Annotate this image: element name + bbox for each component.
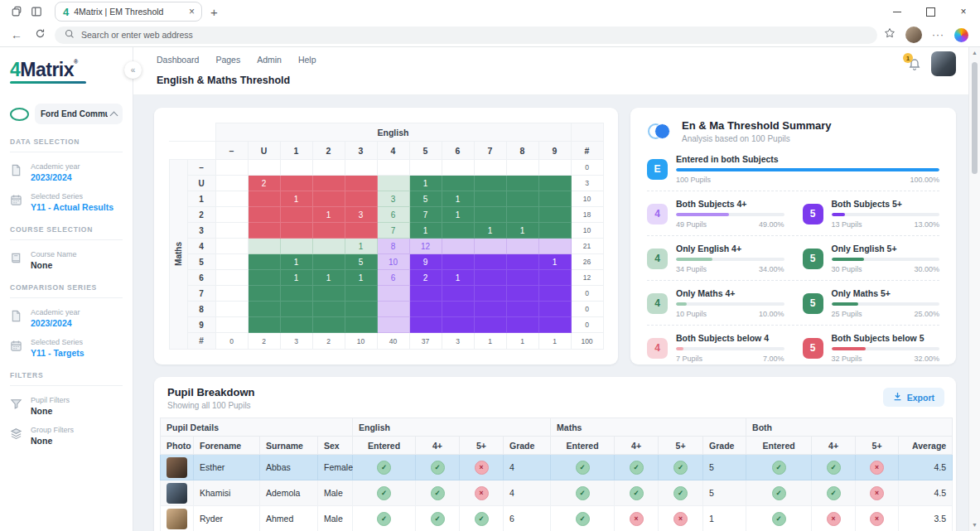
back-icon[interactable]: ←	[8, 28, 25, 41]
matrix-cell[interactable]	[280, 286, 312, 302]
matrix-cell[interactable]	[474, 160, 506, 176]
matrix-cell[interactable]	[442, 286, 474, 302]
matrix-cell[interactable]	[215, 302, 248, 317]
pupil-row[interactable]: EstherAbbasFemale✓✓×4✓✓✓5✓✓×4.5	[161, 455, 953, 480]
matrix-cell[interactable]: 1	[442, 270, 474, 286]
matrix-cell[interactable]	[538, 317, 571, 333]
sidebar-item-group-filters[interactable]: Group FiltersNone	[10, 426, 123, 446]
matrix-cell[interactable]	[442, 302, 474, 317]
matrix-cell[interactable]: 5	[409, 191, 442, 207]
matrix-cell[interactable]: 1	[538, 254, 571, 270]
matrix-cell[interactable]	[538, 160, 571, 176]
matrix-cell[interactable]: 5	[345, 254, 377, 270]
matrix-cell[interactable]	[474, 270, 506, 286]
item-value[interactable]: 2023/2024	[31, 172, 80, 182]
minimize-button[interactable]	[881, 0, 914, 23]
matrix-cell[interactable]: 6	[377, 270, 409, 286]
new-tab-button[interactable]: +	[210, 5, 218, 19]
matrix-cell[interactable]	[345, 176, 377, 191]
matrix-cell[interactable]	[538, 207, 571, 223]
matrix-cell[interactable]	[506, 254, 538, 270]
matrix-cell[interactable]	[215, 191, 248, 207]
matrix-cell[interactable]	[312, 317, 345, 333]
browser-profile-avatar[interactable]	[905, 27, 922, 43]
pupil-row[interactable]: RyderAhmedMale✓✓✓6✓××1✓××3.5	[161, 506, 953, 531]
matrix-cell[interactable]	[280, 176, 312, 191]
matrix-cell[interactable]	[345, 302, 377, 317]
matrix-cell[interactable]	[538, 239, 571, 254]
refresh-icon[interactable]	[31, 28, 48, 41]
matrix-cell[interactable]	[538, 191, 571, 207]
address-input[interactable]: Search or enter web address	[55, 27, 877, 44]
matrix-cell[interactable]	[215, 160, 248, 176]
notifications-bell-icon[interactable]: 1	[908, 53, 921, 75]
matrix-cell[interactable]	[345, 160, 377, 176]
matrix-cell[interactable]: 7	[377, 223, 409, 239]
matrix-cell[interactable]	[248, 286, 280, 302]
workspaces-icon[interactable]	[7, 2, 27, 21]
tab-close-icon[interactable]: ×	[189, 7, 195, 17]
matrix-cell[interactable]	[377, 160, 409, 176]
matrix-cell[interactable]	[538, 223, 571, 239]
matrix-cell[interactable]	[215, 176, 248, 191]
matrix-cell[interactable]	[506, 160, 538, 176]
matrix-cell[interactable]: 1	[312, 207, 345, 223]
sidebar-item-selected-series[interactable]: Selected SeriesY11 - Actual Results	[10, 192, 123, 212]
sidebar-item-selected-series[interactable]: Selected SeriesY11 - Targets	[10, 338, 123, 358]
page-scrollbar[interactable]: ▲ ▼	[968, 47, 980, 531]
pupil-row[interactable]: KhamisiAdemolaMale✓✓×4✓✓✓5✓✓×4.5	[161, 480, 953, 506]
scroll-down-icon[interactable]: ▼	[972, 519, 978, 530]
matrix-cell[interactable]	[506, 317, 538, 333]
matrix-cell[interactable]	[280, 302, 312, 317]
matrix-cell[interactable]: 7	[409, 207, 442, 223]
matrix-cell[interactable]	[312, 239, 345, 254]
matrix-cell[interactable]: 1	[442, 207, 474, 223]
favorites-star-icon[interactable]	[884, 27, 896, 42]
matrix-cell[interactable]	[215, 207, 248, 223]
matrix-cell[interactable]: 1	[442, 191, 474, 207]
matrix-cell[interactable]	[345, 317, 377, 333]
item-value[interactable]: 2023/2024	[31, 318, 80, 328]
matrix-cell[interactable]	[474, 191, 506, 207]
item-value[interactable]: Y11 - Targets	[31, 348, 84, 358]
matrix-cell[interactable]	[280, 239, 312, 254]
sidebar-collapse-button[interactable]: «	[124, 61, 142, 79]
matrix-cell[interactable]: 1	[506, 223, 538, 239]
matrix-cell[interactable]: 1	[345, 239, 377, 254]
matrix-cell[interactable]: 1	[280, 270, 312, 286]
matrix-cell[interactable]	[215, 317, 248, 333]
nav-help[interactable]: Help	[298, 55, 316, 65]
close-button[interactable]: ×	[947, 0, 980, 23]
matrix-cell[interactable]	[442, 317, 474, 333]
matrix-cell[interactable]	[248, 207, 280, 223]
matrix-cell[interactable]: 3	[377, 191, 409, 207]
matrix-cell[interactable]	[538, 286, 571, 302]
matrix-cell[interactable]	[538, 270, 571, 286]
matrix-cell[interactable]: 1	[474, 223, 506, 239]
matrix-cell[interactable]	[506, 286, 538, 302]
matrix-cell[interactable]	[506, 270, 538, 286]
matrix-cell[interactable]: 3	[345, 207, 377, 223]
sidebar-item-academic-year[interactable]: Academic year2023/2024	[10, 162, 123, 182]
matrix-cell[interactable]: 9	[409, 254, 442, 270]
matrix-cell[interactable]	[215, 270, 248, 286]
matrix-cell[interactable]: 1	[409, 176, 442, 191]
matrix-cell[interactable]	[248, 223, 280, 239]
matrix-cell[interactable]: 12	[409, 239, 442, 254]
matrix-cell[interactable]	[312, 254, 345, 270]
matrix-cell[interactable]	[474, 207, 506, 223]
matrix-cell[interactable]	[248, 317, 280, 333]
matrix-cell[interactable]	[312, 191, 345, 207]
matrix-cell[interactable]	[248, 302, 280, 317]
matrix-cell[interactable]	[248, 160, 280, 176]
matrix-cell[interactable]: 1	[345, 270, 377, 286]
matrix-cell[interactable]	[377, 302, 409, 317]
scroll-up-icon[interactable]: ▲	[972, 47, 978, 58]
matrix-cell[interactable]: 1	[280, 254, 312, 270]
nav-admin[interactable]: Admin	[257, 55, 282, 65]
matrix-cell[interactable]	[474, 239, 506, 254]
matrix-cell[interactable]	[312, 286, 345, 302]
matrix-cell[interactable]	[442, 176, 474, 191]
matrix-cell[interactable]	[442, 160, 474, 176]
browser-tab[interactable]: 4 4Matrix | EM Threshold ×	[55, 2, 202, 22]
